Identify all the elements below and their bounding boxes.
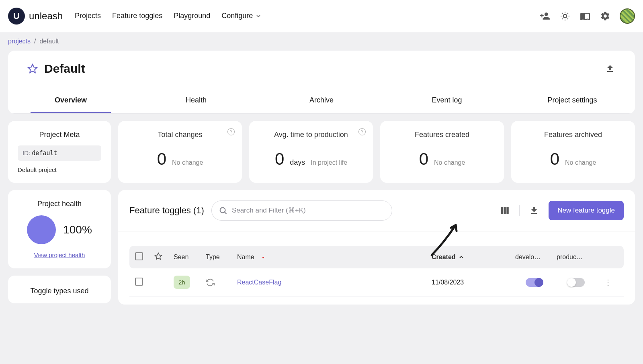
th-name-label: Name (237, 254, 254, 260)
download-icon (529, 206, 539, 215)
select-all-checkbox[interactable] (135, 252, 143, 260)
meta-id-value: default (32, 149, 57, 157)
docs-button[interactable] (580, 10, 591, 22)
table-row: 2h ReactCaseFlag 11/08/2023 ⋮ (129, 268, 624, 297)
feature-name-link[interactable]: ReactCaseFlag (237, 279, 281, 286)
svg-point-10 (220, 208, 225, 213)
columns-icon (500, 205, 510, 216)
svg-line-7 (562, 18, 563, 19)
panel-title: Feature toggles (1) (129, 205, 204, 216)
stat-title: Features archived (521, 131, 625, 139)
logo[interactable]: U unleash (8, 8, 63, 25)
import-button[interactable] (604, 63, 616, 74)
stat-avg-time: ? Avg. time to production 0 days In proj… (249, 121, 373, 183)
download-button[interactable] (528, 205, 540, 216)
sun-icon (560, 11, 570, 21)
develop-toggle[interactable] (526, 278, 543, 287)
toggle-types-title: Toggle types used (18, 287, 101, 295)
stat-sub: No change (565, 159, 596, 166)
svg-rect-13 (504, 207, 506, 214)
logo-text: unleash (29, 10, 63, 22)
invite-user-button[interactable] (539, 10, 551, 22)
project-header: Default (8, 51, 635, 87)
svg-line-11 (225, 212, 226, 214)
help-icon[interactable]: ? (358, 128, 366, 135)
search-input[interactable] (211, 200, 392, 221)
row-checkbox[interactable] (135, 278, 143, 286)
row-actions-menu[interactable]: ⋮ (604, 278, 612, 287)
meta-description: Default project (18, 166, 101, 173)
sort-asc-icon (458, 254, 465, 260)
meta-id-label: ID: (23, 149, 30, 156)
search-wrap (211, 200, 392, 221)
stat-title: Avg. time to production (259, 131, 363, 139)
main-nav: Projects Feature toggles Playground Conf… (75, 12, 262, 20)
stat-title: Total changes (128, 131, 232, 139)
nav-configure-label: Configure (221, 12, 253, 20)
th-production[interactable]: produc… (557, 254, 595, 261)
chevron-down-icon (255, 13, 262, 19)
toggle-types-card: Toggle types used (8, 276, 111, 303)
app-header: U unleash Projects Feature toggles Playg… (0, 0, 643, 32)
star-column-icon[interactable] (154, 252, 162, 260)
settings-button[interactable] (600, 10, 611, 22)
tab-health[interactable]: Health (133, 87, 259, 113)
stat-features-created: Features created 0 No change (380, 121, 504, 183)
help-icon[interactable]: ? (227, 128, 235, 135)
nav-projects[interactable]: Projects (75, 12, 101, 20)
feature-table: Seen Type Name Created develo… produc… (129, 246, 624, 297)
breadcrumb-projects[interactable]: projects (8, 38, 31, 45)
project-health-card: Project health 100% View project health (8, 190, 111, 268)
stat-sub: No change (434, 159, 465, 166)
columns-button[interactable] (499, 205, 510, 216)
nav-playground[interactable]: Playground (174, 12, 210, 20)
tab-overview[interactable]: Overview (8, 87, 133, 113)
svg-marker-15 (155, 253, 162, 260)
new-feature-toggle-button[interactable]: New feature toggle (549, 201, 624, 220)
header-actions (539, 8, 635, 24)
production-toggle[interactable] (567, 278, 585, 287)
meta-title: Project Meta (18, 131, 101, 139)
svg-line-4 (567, 18, 568, 19)
tab-project-settings[interactable]: Project settings (510, 87, 635, 113)
stat-sub: In project life (311, 159, 347, 166)
breadcrumb-current: default (39, 38, 59, 45)
health-title: Project health (18, 200, 101, 208)
created-date: 11/08/2023 (432, 279, 512, 286)
stat-sub: No change (172, 159, 203, 166)
stat-title: Features created (390, 131, 494, 139)
svg-rect-12 (501, 207, 503, 214)
feature-toggles-panel: Feature toggles (1) New feature toggle (118, 190, 635, 305)
person-add-icon (540, 11, 550, 21)
th-type[interactable]: Type (206, 254, 234, 261)
user-avatar[interactable] (620, 8, 635, 24)
view-project-health-link[interactable]: View project health (34, 252, 85, 258)
svg-rect-14 (507, 207, 509, 214)
meta-id: ID: default (18, 145, 101, 161)
th-develop[interactable]: develo… (515, 254, 553, 261)
health-circle-icon (27, 215, 56, 244)
book-icon (580, 11, 590, 21)
th-seen[interactable]: Seen (174, 254, 203, 261)
svg-line-8 (567, 13, 568, 14)
stat-unit: days (290, 158, 305, 167)
separator (519, 205, 520, 216)
gear-icon (600, 11, 610, 21)
project-title: Default (44, 62, 85, 76)
star-outline-icon[interactable] (27, 63, 38, 74)
logo-mark: U (8, 8, 25, 25)
search-icon (219, 206, 227, 215)
project-card: Default Overview Health Archive Event lo… (8, 51, 635, 114)
seen-badge: 2h (174, 276, 190, 289)
breadcrumb-sep: / (34, 38, 36, 45)
th-name[interactable]: Name (237, 254, 428, 261)
upload-icon (605, 64, 615, 74)
theme-toggle-button[interactable] (559, 10, 571, 22)
nav-feature-toggles[interactable]: Feature toggles (112, 12, 162, 20)
tab-event-log[interactable]: Event log (384, 87, 510, 113)
tab-archive[interactable]: Archive (259, 87, 384, 113)
stat-value: 0 (157, 149, 166, 169)
th-created[interactable]: Created (432, 254, 512, 261)
nav-configure[interactable]: Configure (221, 12, 262, 20)
project-tabs: Overview Health Archive Event log Projec… (8, 87, 635, 114)
